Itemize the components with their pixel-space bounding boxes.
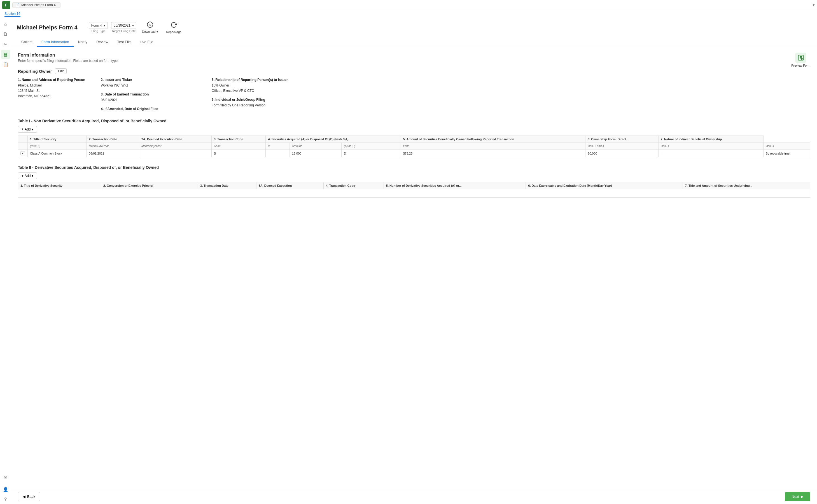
th-beneficially-owned: 5. Amount of Securities Beneficially Own… xyxy=(401,136,585,143)
owner-header: Reporting Owner Edit xyxy=(18,68,810,74)
table1: 1. Title of Security 2. Transaction Date… xyxy=(18,136,810,157)
owner-name-label: 1. Name and Address of Reporting Person xyxy=(18,78,96,82)
tab-notify[interactable]: Notify xyxy=(74,38,92,47)
relationship-label: 5. Relationship of Reporting Person(s) t… xyxy=(212,78,810,82)
sidebar-icon-user[interactable]: 👤 xyxy=(1,485,10,494)
filing-controls: Form 4 ▾ Filing Type 06/30/2021 ▾ Targe xyxy=(89,20,184,35)
filing-type-label: Filing Type xyxy=(91,29,106,33)
filing-type-select[interactable]: Form 4 ▾ xyxy=(89,22,108,29)
th2-transaction-code: 4. Transaction Code xyxy=(323,182,384,189)
filing-type-value: Form 4 xyxy=(91,24,102,27)
filing-header: Michael Phelps Form 4 Form 4 ▾ Filing Ty… xyxy=(11,17,817,47)
target-date-select[interactable]: 06/30/2021 ▾ xyxy=(111,22,136,29)
back-button[interactable]: ◀ Back xyxy=(18,492,40,501)
preview-form-button[interactable]: Preview Form xyxy=(791,53,810,67)
th2-deemed: 3A. Deemed Execution xyxy=(256,182,323,189)
tab-review[interactable]: Review xyxy=(92,38,113,47)
table1-section: Table I - Non Derivative Securities Acqu… xyxy=(18,119,810,157)
preview-form-icon xyxy=(795,53,806,63)
tabs-bar: Collect Form Information Notify Review T… xyxy=(17,38,811,47)
sidebar-icon-help[interactable]: ? xyxy=(1,495,10,504)
filing-type-value2: Form filed by One Reporting Person xyxy=(212,103,810,108)
sidebar-icon-mail[interactable]: ✉ xyxy=(1,473,10,482)
sidebar-icon-home[interactable]: ⌂ xyxy=(1,20,10,29)
filing-type-label2: 6. Individual or Joint/Group Filing xyxy=(212,98,810,102)
repackage-button[interactable]: Repackage xyxy=(164,20,184,35)
add-chevron-icon: ▾ xyxy=(32,127,33,131)
table1-title: Table I - Non Derivative Securities Acqu… xyxy=(18,119,810,123)
th-deemed-execution: 2A. Deemed Execution Date xyxy=(139,136,211,143)
content-area: Michael Phelps Form 4 Form 4 ▾ Filing Ty… xyxy=(11,17,817,504)
row-toggle-cell[interactable]: ▾ xyxy=(18,150,28,157)
cell-price: $73.25 xyxy=(401,150,585,157)
repackage-label: Repackage xyxy=(166,30,182,34)
back-arrow-icon: ◀ xyxy=(23,494,25,499)
svg-point-6 xyxy=(801,58,803,60)
cell-ownership-form: I xyxy=(658,150,763,157)
breadcrumb-bar: Section 16 xyxy=(0,10,817,17)
sub-instr-3-4: Instr. 3 and 4 xyxy=(585,143,659,150)
svg-line-7 xyxy=(803,60,804,60)
th-transaction-date: 2. Transaction Date xyxy=(87,136,139,143)
tab-form-information[interactable]: Form Information xyxy=(37,38,74,47)
top-bar: F 📄 Michael Phelps Form 4 ▾ xyxy=(0,0,817,10)
sub-amount: Amount xyxy=(290,143,341,150)
tab-collect[interactable]: Collect xyxy=(17,38,37,47)
repackage-icon xyxy=(171,22,177,30)
th-transaction-code: 3. Transaction Code xyxy=(211,136,266,143)
cell-deemed-date xyxy=(139,150,211,157)
app-logo: F xyxy=(2,1,10,9)
sidebar-icon-document[interactable]: 🗋 xyxy=(1,30,10,39)
cell-code: S xyxy=(211,150,266,157)
tab-test-file[interactable]: Test File xyxy=(113,38,135,47)
owner-info-grid: 1. Name and Address of Reporting Person … xyxy=(18,78,810,112)
sub-month-day-year-1: Month/Day/Year xyxy=(87,143,139,150)
next-button[interactable]: Next ▶ xyxy=(785,492,810,501)
owner-title: Reporting Owner xyxy=(18,69,52,74)
download-icon xyxy=(147,21,153,29)
date-earliest-value: 06/01/2021 xyxy=(101,97,207,103)
row-toggle-button[interactable]: ▾ xyxy=(20,151,25,155)
window-chevron[interactable]: ▾ xyxy=(813,3,815,7)
date-earliest-label: 3. Date of Earliest Transaction xyxy=(101,92,207,96)
sub-price: Price xyxy=(401,143,585,150)
th-row-toggle xyxy=(18,136,28,143)
th-securities-acquired: 4. Securities Acquired (A) or Disposed O… xyxy=(266,136,401,143)
th2-transaction-date: 3. Transaction Date xyxy=(198,182,256,189)
th-title-security: 1. Title of Security xyxy=(28,136,87,143)
next-arrow-icon: ▶ xyxy=(801,494,804,499)
preview-form-label: Preview Form xyxy=(791,64,810,67)
amended-label: 4. If Amended, Date of Original Filed xyxy=(101,107,207,111)
sub-v: V xyxy=(266,143,290,150)
th2-title: 1. Title of Derivative Security xyxy=(18,182,101,189)
th-nature-indirect: 7. Nature of Indirect Beneficial Ownersh… xyxy=(658,136,763,143)
cell-beneficially-owned: 20,000 xyxy=(585,150,659,157)
sub-a-or-d: (A) or (D) xyxy=(342,143,401,150)
table2-add-button[interactable]: + Add ▾ xyxy=(18,172,37,179)
table2-section: Table II - Derivative Securities Acquire… xyxy=(18,165,810,198)
sidebar-icon-tools[interactable]: ✂ xyxy=(1,40,10,49)
owner-name: Phelps, Michael 12345 Main St Bozeman, M… xyxy=(18,83,96,99)
cell-transaction-date: 06/01/2021 xyxy=(87,150,139,157)
breadcrumb[interactable]: Section 16 xyxy=(4,12,20,17)
table1-add-button[interactable]: + Add ▾ xyxy=(18,126,37,133)
table2-title: Table II - Derivative Securities Acquire… xyxy=(18,165,810,170)
tab-live-file[interactable]: Live File xyxy=(135,38,158,47)
cell-v xyxy=(266,150,290,157)
th-ownership-form: 6. Ownership Form: Direct... xyxy=(585,136,659,143)
target-date-chevron-icon: ▾ xyxy=(132,24,134,27)
bottom-bar: ◀ Back Next ▶ xyxy=(11,489,817,504)
table2: 1. Title of Derivative Security 2. Conve… xyxy=(18,182,810,198)
table1-header-row: 1. Title of Security 2. Transaction Date… xyxy=(18,136,810,143)
edit-owner-button[interactable]: Edit xyxy=(55,68,67,74)
cell-title-security: Class A Common Stock xyxy=(28,150,87,157)
cell-a-or-d: D xyxy=(342,150,401,157)
sidebar-icon-chart[interactable]: 📋 xyxy=(1,60,10,69)
owner-col3: 5. Relationship of Reporting Person(s) t… xyxy=(212,78,810,112)
active-tab[interactable]: 📄 Michael Phelps Form 4 xyxy=(12,2,60,8)
table2-empty-row xyxy=(18,189,810,198)
sidebar-icon-grid[interactable]: ▦ xyxy=(1,50,10,59)
download-button[interactable]: Download ▾ xyxy=(140,20,160,35)
sub-instr-4-nat: Instr. 4 xyxy=(763,143,810,150)
relationship-value: 10% Owner Officer, Executive VP & CTO xyxy=(212,83,810,94)
